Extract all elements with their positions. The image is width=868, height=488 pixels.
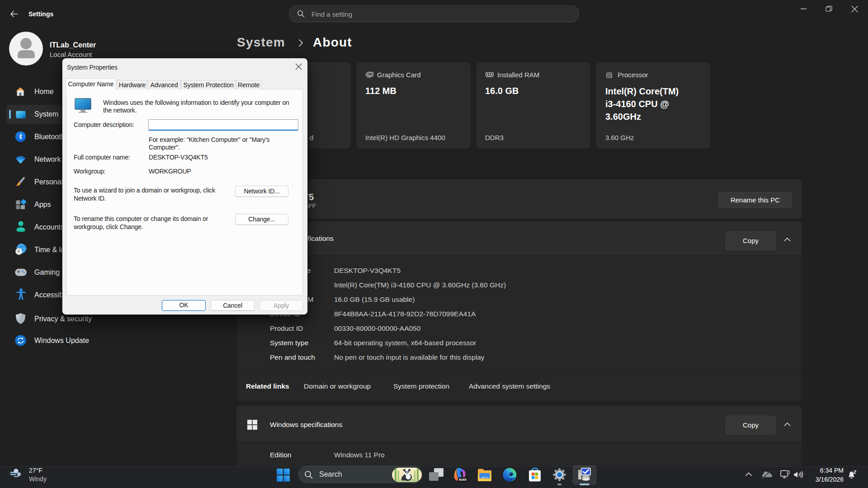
svg-text:M365: M365 bbox=[459, 478, 467, 481]
